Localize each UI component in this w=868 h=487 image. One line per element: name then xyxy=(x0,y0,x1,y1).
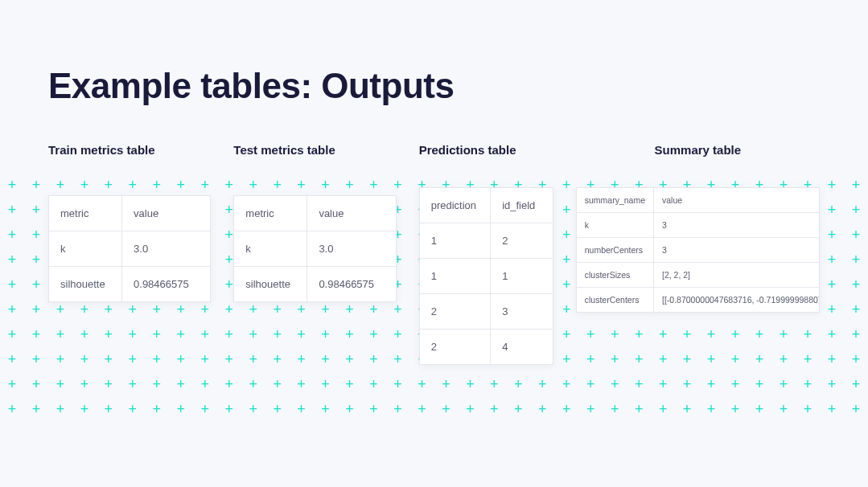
table-cell: silhouette xyxy=(234,267,307,302)
train-metrics-table: metric value k 3.0 silhouette 0.98466575 xyxy=(48,195,211,302)
table-cell: 0.98466575 xyxy=(122,267,211,302)
tables-row: Train metrics table metric value k 3.0 s… xyxy=(48,143,820,365)
table-cell: 2 xyxy=(491,223,553,259)
table-cell: 1 xyxy=(419,223,490,259)
table-cell: k xyxy=(576,213,653,238)
table-cell: 3 xyxy=(654,213,820,238)
table-row: 1 2 xyxy=(419,223,553,259)
table-cell: 2 xyxy=(419,329,490,365)
table-cell: 4 xyxy=(491,329,553,365)
predictions-block: Predictions table prediction id_field 1 … xyxy=(419,143,553,365)
table-row: numberCenters 3 xyxy=(576,238,819,263)
table-cell: 3 xyxy=(654,238,820,263)
predictions-table: prediction id_field 1 2 1 1 2 3 2 4 xyxy=(419,187,553,365)
table-row: clusterCenters [[-0.8700000047683716, -0… xyxy=(576,288,819,313)
table-row: 2 4 xyxy=(419,329,553,365)
table-header: value xyxy=(654,188,820,213)
table-header: value xyxy=(307,196,396,231)
table-cell: 3.0 xyxy=(307,231,396,267)
table-header: id_field xyxy=(491,188,553,223)
summary-table: summary_name value k 3 numberCenters 3 c… xyxy=(576,187,820,313)
test-metrics-caption: Test metrics table xyxy=(233,143,396,157)
train-metrics-block: Train metrics table metric value k 3.0 s… xyxy=(48,143,211,302)
table-cell: 3 xyxy=(491,294,553,329)
table-row: k 3.0 xyxy=(234,231,396,267)
test-metrics-table: metric value k 3.0 silhouette 0.98466575 xyxy=(233,195,396,302)
table-row: silhouette 0.98466575 xyxy=(234,267,396,302)
train-metrics-caption: Train metrics table xyxy=(48,143,211,157)
predictions-caption: Predictions table xyxy=(419,143,553,157)
table-cell: k xyxy=(234,231,307,267)
table-cell: 2 xyxy=(419,294,490,329)
test-metrics-block: Test metrics table metric value k 3.0 si… xyxy=(233,143,396,302)
table-row: 1 1 xyxy=(419,259,553,294)
table-header: summary_name xyxy=(576,188,653,213)
table-header: value xyxy=(122,196,211,231)
table-cell: clusterSizes xyxy=(576,263,653,288)
table-row: clusterSizes [2, 2, 2] xyxy=(576,263,819,288)
table-row: silhouette 0.98466575 xyxy=(49,267,211,302)
table-row: metric value xyxy=(234,196,396,231)
table-cell: 1 xyxy=(491,259,553,294)
table-cell: k xyxy=(49,231,122,267)
table-cell: 3.0 xyxy=(122,231,211,267)
table-row: summary_name value xyxy=(576,188,819,213)
table-header: metric xyxy=(234,196,307,231)
table-cell: [2, 2, 2] xyxy=(654,263,820,288)
table-cell: 1 xyxy=(419,259,490,294)
summary-caption: Summary table xyxy=(576,143,820,157)
table-cell: 0.98466575 xyxy=(307,267,396,302)
table-cell: numberCenters xyxy=(576,238,653,263)
table-header: prediction xyxy=(419,188,490,223)
table-cell: [[-0.8700000047683716, -0.71999999880790… xyxy=(654,288,820,313)
page-title: Example tables: Outputs xyxy=(48,66,820,106)
table-row: prediction id_field xyxy=(419,188,553,223)
table-row: 2 3 xyxy=(419,294,553,329)
table-row: k 3 xyxy=(576,213,819,238)
table-header: metric xyxy=(49,196,122,231)
summary-block: Summary table summary_name value k 3 num… xyxy=(576,143,820,313)
table-cell: clusterCenters xyxy=(576,288,653,313)
table-cell: silhouette xyxy=(49,267,122,302)
table-row: metric value xyxy=(49,196,211,231)
table-row: k 3.0 xyxy=(49,231,211,267)
